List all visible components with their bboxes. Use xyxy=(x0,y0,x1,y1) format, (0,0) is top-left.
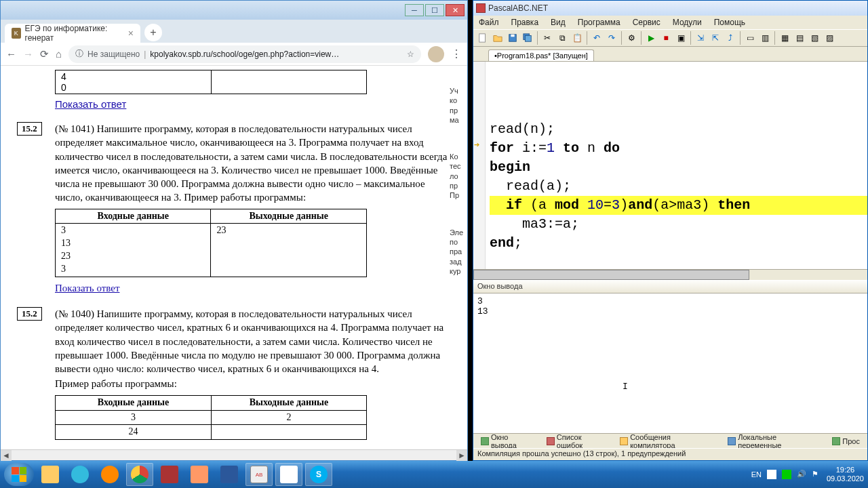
start-button[interactable] xyxy=(4,463,34,486)
open-file-icon[interactable] xyxy=(491,31,505,45)
bookmark-icon[interactable]: ☆ xyxy=(407,49,414,59)
address-bar: ← → ⟳ ⌂ ⓘ Не защищено | kpolyakov.spb.ru… xyxy=(1,43,467,66)
bottom-tab[interactable]: Прос xyxy=(827,436,865,447)
browser-window: ─ ☐ ✕ K ЕГЭ по информатике: генерат × + … xyxy=(0,0,468,461)
undo-icon[interactable]: ↶ xyxy=(590,31,604,45)
back-icon[interactable]: ← xyxy=(6,48,16,60)
form-icon[interactable]: ▦ xyxy=(778,31,791,45)
task-pascalabc[interactable]: AB xyxy=(245,463,273,486)
insecure-icon: ⓘ xyxy=(75,48,83,60)
window-icon[interactable]: ▭ xyxy=(743,31,757,45)
text-cursor: I xyxy=(623,382,628,392)
run-icon[interactable]: ▶ xyxy=(644,31,658,45)
paste-icon[interactable]: 📋 xyxy=(570,31,584,45)
bottom-tab-strip: Окно выводаСписок ошибокСообщения компил… xyxy=(473,433,867,448)
section-number: 15.2 xyxy=(17,122,42,136)
menu-icon[interactable]: ⋮ xyxy=(451,47,462,60)
scroll-right-icon[interactable]: ► xyxy=(456,450,467,461)
task-chrome[interactable] xyxy=(126,463,153,486)
file-tab-strip: •Program18.pas* [Запущен] xyxy=(473,47,867,62)
status-bar: Компиляция прошла успешно (13 строк), 1 … xyxy=(473,448,867,460)
task-explorer[interactable] xyxy=(37,463,64,486)
show-answer-link[interactable]: Показать ответ xyxy=(55,283,119,293)
svg-rect-0 xyxy=(479,34,486,42)
problem-text: (№ 1040) Напишите программу, которая в п… xyxy=(55,307,455,440)
panel2-icon[interactable]: ▧ xyxy=(808,31,821,45)
ide-toolbar: ✂ ⧉ 📋 ↶ ↷ ⚙ ▶ ■ ▣ ⇲ ⇱ ⤴ ▭ ▥ ▦ ▤ ▧ ▨ xyxy=(473,29,867,47)
tray-flag-icon[interactable] xyxy=(767,470,776,479)
minimize-button[interactable]: ─ xyxy=(405,4,424,16)
tray-network-icon[interactable] xyxy=(782,470,791,479)
file-tab[interactable]: •Program18.pas* [Запущен] xyxy=(488,49,594,61)
save-icon[interactable] xyxy=(506,31,519,45)
horizontal-scrollbar[interactable]: ◄ ► xyxy=(1,449,467,460)
taskbar: AB S EN 🔊 ⚑ 19:26 09.03.2020 xyxy=(0,461,868,488)
task-word[interactable] xyxy=(216,463,243,486)
ide-title: PascalABC.NET xyxy=(488,3,548,13)
tray-sound-icon[interactable]: 🔊 xyxy=(797,470,806,479)
forward-icon[interactable]: → xyxy=(23,48,33,60)
output-body[interactable]: 3 13I xyxy=(473,293,867,433)
new-file-icon[interactable] xyxy=(476,31,490,45)
task-app2[interactable] xyxy=(186,463,213,486)
section-number: 15.2 xyxy=(17,307,42,321)
cut-icon[interactable]: ✂ xyxy=(540,31,554,45)
browser-tab[interactable]: K ЕГЭ по информатике: генерат × xyxy=(5,24,140,43)
problem-text: (№ 1041) Напишите программу, которая в п… xyxy=(55,122,455,295)
code-editor[interactable]: read(n);for i:=1 to n dobegin read(a); i… xyxy=(473,62,867,269)
system-tray: EN 🔊 ⚑ 19:26 09.03.2020 xyxy=(751,466,864,483)
ide-window: PascalABC.NET ФайлПравкаВидПрограммаСерв… xyxy=(473,0,868,461)
step-out-icon[interactable]: ⤴ xyxy=(724,31,737,45)
menu-Файл[interactable]: Файл xyxy=(476,17,502,28)
output-header: Окно вывода xyxy=(473,280,867,293)
clock[interactable]: 19:26 09.03.2020 xyxy=(827,466,864,483)
page-content: 40Показать ответ15.2(№ 1041) Напишите пр… xyxy=(1,66,467,449)
save-all-icon[interactable] xyxy=(521,31,534,45)
copy-icon[interactable]: ⧉ xyxy=(555,31,569,45)
task-skype[interactable]: S xyxy=(305,463,332,486)
split-icon[interactable]: ▥ xyxy=(758,31,772,45)
gutter xyxy=(473,62,486,269)
new-tab-button[interactable]: + xyxy=(144,24,162,41)
step-over-icon[interactable]: ⇱ xyxy=(709,31,722,45)
editor-scrollbar[interactable] xyxy=(473,269,867,280)
menu-Сервис[interactable]: Сервис xyxy=(630,17,663,28)
menu-Программа[interactable]: Программа xyxy=(575,17,623,28)
task-ie[interactable] xyxy=(66,463,94,486)
tab-close-icon[interactable]: × xyxy=(128,28,134,39)
tray-action-icon[interactable]: ⚑ xyxy=(812,470,821,479)
step-into-icon[interactable]: ⇲ xyxy=(694,31,707,45)
menu-Модули[interactable]: Модули xyxy=(670,17,705,28)
menu-Помощь[interactable]: Помощь xyxy=(711,17,748,28)
url-text: kpolyakov.spb.ru/school/oge/gen.php?acti… xyxy=(150,49,403,59)
ide-menubar: ФайлПравкаВидПрограммаСервисМодулиПомощь xyxy=(473,16,867,29)
browser-titlebar: ─ ☐ ✕ xyxy=(1,1,467,20)
ide-logo-icon xyxy=(476,3,486,13)
stop-icon[interactable]: ■ xyxy=(659,31,673,45)
tab-strip: K ЕГЭ по информатике: генерат × + xyxy=(1,20,467,43)
task-app3[interactable] xyxy=(275,463,302,486)
panel3-icon[interactable]: ▨ xyxy=(823,31,836,45)
close-button[interactable]: ✕ xyxy=(446,4,465,16)
reload-icon[interactable]: ⟳ xyxy=(40,48,49,60)
profile-avatar[interactable] xyxy=(428,46,444,62)
menu-Правка[interactable]: Правка xyxy=(509,17,542,28)
home-icon[interactable]: ⌂ xyxy=(56,48,62,60)
right-clip: УчкопрмаКотеслопрПрЭлепопразадкур xyxy=(450,86,467,303)
tab-title: ЕГЭ по информатике: генерат xyxy=(25,24,121,43)
insecure-label: Не защищено xyxy=(87,49,140,59)
ide-titlebar: PascalABC.NET xyxy=(473,1,867,16)
task-app1[interactable] xyxy=(156,463,183,486)
scroll-left-icon[interactable]: ◄ xyxy=(1,450,12,461)
show-answer-link[interactable]: Показать ответ xyxy=(55,98,126,110)
url-box[interactable]: ⓘ Не защищено | kpolyakov.spb.ru/school/… xyxy=(68,45,421,63)
step-icon[interactable]: ▣ xyxy=(674,31,688,45)
task-media[interactable] xyxy=(96,463,123,486)
menu-Вид[interactable]: Вид xyxy=(548,17,568,28)
maximize-button[interactable]: ☐ xyxy=(425,4,444,16)
lang-indicator[interactable]: EN xyxy=(751,470,762,479)
options-icon[interactable]: ⚙ xyxy=(625,31,638,45)
redo-icon[interactable]: ↷ xyxy=(605,31,618,45)
favicon-icon: K xyxy=(12,28,21,39)
panel1-icon[interactable]: ▤ xyxy=(793,31,806,45)
